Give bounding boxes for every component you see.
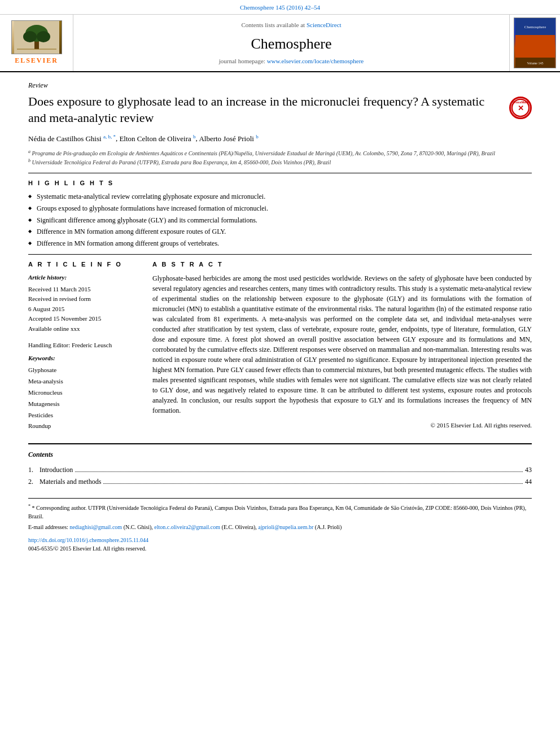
article-body-columns: A R T I C L E I N F O Article history: R… bbox=[28, 260, 532, 432]
revised-date: 6 August 2015 bbox=[28, 304, 141, 314]
highlight-item: Groups exposed to glyphosate formulation… bbox=[28, 204, 532, 213]
keyword-item: Mutagenesis bbox=[28, 399, 141, 410]
handling-editor: Handling Editor: Frederic Leusch bbox=[28, 341, 141, 350]
page: Chemosphere 145 (2016) 42–54 bbox=[0, 0, 560, 747]
crossmark-icon: ✕ CrossMark bbox=[509, 97, 532, 119]
sciencedirect-link[interactable]: ScienceDirect bbox=[307, 21, 342, 28]
crossmark-badge: ✕ CrossMark bbox=[509, 97, 532, 119]
journal-header: ELSEVIER Contents lists available at Sci… bbox=[0, 15, 560, 72]
author-2: Elton Celton de Oliveira b bbox=[119, 134, 195, 143]
highlights-section: H I G H L I G H T S Systematic meta-anal… bbox=[28, 179, 532, 248]
article-title-area: ✕ CrossMark Does exposure to glyphosate … bbox=[28, 94, 532, 126]
contents-section: Contents 1. Introduction 43 2. Materials… bbox=[28, 443, 532, 486]
main-content: Review ✕ CrossMark Does exposure to glyp… bbox=[0, 72, 560, 561]
received-revised-label: Received in revised form bbox=[28, 294, 141, 304]
svg-text:Chemosphere: Chemosphere bbox=[524, 25, 546, 29]
contents-page-1: 43 bbox=[525, 465, 532, 475]
affiliation-a: a Programa de Pós-graduação em Ecologia … bbox=[28, 148, 532, 158]
email-name-1: (N.C. Ghisi) bbox=[124, 524, 152, 530]
email-name-2: (E.C. Oliveira) bbox=[222, 524, 256, 530]
abstract-title: A B S T R A C T bbox=[152, 260, 532, 269]
keywords-section: Keywords: Glyphosate Meta-analysis Micro… bbox=[28, 354, 141, 432]
author-1: Nédia de Castilhos Ghisi a, b, * bbox=[28, 134, 116, 143]
journal-title: Chemosphere bbox=[251, 34, 332, 54]
affiliation-b: b Universidade Tecnológica Federal do Pa… bbox=[28, 158, 532, 167]
email-name-3: (A.J. Prioli) bbox=[315, 524, 342, 530]
author-3: Alberto José Prioli b bbox=[199, 134, 258, 143]
email-link-2[interactable]: elton.c.oliveira2@gmail.com bbox=[154, 524, 220, 530]
journal-title-area: Contents lists available at ScienceDirec… bbox=[73, 15, 509, 71]
keywords-title: Keywords: bbox=[28, 354, 141, 362]
abstract-text: Glyphosate-based herbicides are among th… bbox=[152, 273, 532, 416]
article-dates: Received 11 March 2015 Received in revis… bbox=[28, 285, 141, 334]
svg-point-4 bbox=[37, 31, 50, 42]
contents-item-2: 2. Materials and methods 44 bbox=[28, 477, 532, 487]
accepted-date: Accepted 15 November 2015 bbox=[28, 314, 141, 324]
available-online: Available online xxx bbox=[28, 324, 141, 334]
highlight-item: Systematic meta-analytical review correl… bbox=[28, 192, 532, 202]
highlight-item: Difference in MN formation among differe… bbox=[28, 239, 532, 248]
contents-dots-2 bbox=[103, 483, 523, 484]
footer-section: * * Corresponding author. UTFPR (Univers… bbox=[28, 498, 532, 553]
highlights-list: Systematic meta-analytical review correl… bbox=[28, 192, 532, 248]
divider-2 bbox=[28, 254, 532, 255]
journal-cover-thumb: Chemosphere Volume 145 bbox=[509, 15, 560, 71]
article-info-title: A R T I C L E I N F O bbox=[28, 260, 141, 269]
svg-rect-9 bbox=[515, 35, 555, 58]
keyword-item: Meta-analysis bbox=[28, 376, 141, 387]
contents-num-1: 1. bbox=[28, 465, 40, 475]
elsevier-wordmark: ELSEVIER bbox=[15, 56, 58, 65]
abstract-column: A B S T R A C T Glyphosate-based herbici… bbox=[152, 260, 532, 432]
highlight-item: Significant difference among glyphosate … bbox=[28, 216, 532, 225]
elsevier-logo-area: ELSEVIER bbox=[0, 15, 73, 71]
journal-cover-image: Chemosphere Volume 145 bbox=[514, 18, 556, 68]
affiliations: a Programa de Pós-graduação em Ecologia … bbox=[28, 148, 532, 167]
contents-page-2: 44 bbox=[525, 477, 532, 487]
sciencedirect-prefix: Contents lists available at bbox=[241, 21, 305, 28]
keyword-item: Pesticides bbox=[28, 410, 141, 421]
article-history-title: Article history: bbox=[28, 273, 141, 282]
contents-title: Contents bbox=[28, 450, 532, 460]
email-label: E-mail addresses: bbox=[28, 524, 68, 530]
contents-dots-1 bbox=[75, 471, 523, 472]
keyword-item: Roundup bbox=[28, 421, 141, 432]
journal-homepage-line: journal homepage: www.elsevier.com/locat… bbox=[219, 57, 364, 65]
divider-1 bbox=[28, 173, 532, 173]
contents-item-1: 1. Introduction 43 bbox=[28, 465, 532, 475]
sciencedirect-line: Contents lists available at ScienceDirec… bbox=[241, 21, 341, 29]
elsevier-logo: ELSEVIER bbox=[11, 20, 62, 65]
corresponding-author-note: * * Corresponding author. UTFPR (Univers… bbox=[28, 503, 532, 521]
keyword-item: Micronucleus bbox=[28, 387, 141, 399]
email-link-1[interactable]: nediaghisi@gmail.com bbox=[69, 524, 122, 530]
received-date: Received 11 March 2015 bbox=[28, 285, 141, 295]
svg-point-3 bbox=[23, 31, 37, 42]
doi-link[interactable]: http://dx.doi.org/10.1016/j.chemosphere.… bbox=[28, 537, 148, 543]
copyright-notice: © 2015 Elsevier Ltd. All rights reserved… bbox=[152, 421, 532, 430]
doi-line: http://dx.doi.org/10.1016/j.chemosphere.… bbox=[28, 536, 532, 544]
email-link-3[interactable]: ajprioli@nupelia.uem.br bbox=[258, 524, 313, 530]
article-title: Does exposure to glyphosate lead to an i… bbox=[28, 94, 532, 126]
article-type-label: Review bbox=[28, 81, 532, 90]
issn-line: 0045-6535/© 2015 Elsevier Ltd. All right… bbox=[28, 544, 532, 553]
contents-label-2: Materials and methods bbox=[40, 477, 101, 487]
article-info-column: A R T I C L E I N F O Article history: R… bbox=[28, 260, 141, 432]
journal-reference-bar: Chemosphere 145 (2016) 42–54 bbox=[0, 0, 560, 15]
highlight-item: Difference in MN formation among differe… bbox=[28, 227, 532, 237]
article-history: Article history: Received 11 March 2015 … bbox=[28, 273, 141, 334]
email-addresses: E-mail addresses: nediaghisi@gmail.com (… bbox=[28, 523, 532, 531]
contents-num-2: 2. bbox=[28, 477, 40, 487]
journal-reference: Chemosphere 145 (2016) 42–54 bbox=[240, 4, 320, 11]
highlights-title: H I G H L I G H T S bbox=[28, 179, 532, 187]
elsevier-tree-image bbox=[11, 20, 62, 54]
homepage-link[interactable]: www.elsevier.com/locate/chemosphere bbox=[267, 58, 364, 64]
svg-text:CrossMark: CrossMark bbox=[512, 101, 529, 104]
keyword-item: Glyphosate bbox=[28, 365, 141, 376]
authors-line: Nédia de Castilhos Ghisi a, b, *, Elton … bbox=[28, 133, 532, 144]
homepage-label: journal homepage: bbox=[219, 58, 265, 64]
svg-text:✕: ✕ bbox=[518, 104, 524, 112]
contents-label-1: Introduction bbox=[40, 465, 73, 475]
svg-text:Volume 145: Volume 145 bbox=[527, 62, 543, 65]
keywords-list: Glyphosate Meta-analysis Micronucleus Mu… bbox=[28, 365, 141, 432]
